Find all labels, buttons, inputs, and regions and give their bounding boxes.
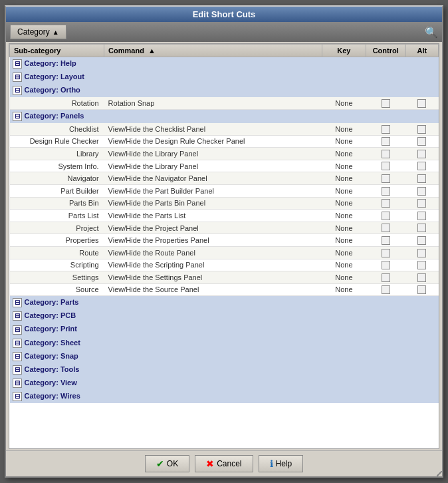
alt-cell[interactable] [405,97,438,109]
alt-checkbox[interactable] [417,174,426,183]
category-expand-icon[interactable]: ⊟ [13,325,22,335]
key-cell: None [322,160,366,172]
table-row: RouteView/Hide the Route PanelNone [10,246,439,259]
control-checkbox[interactable] [382,285,390,294]
ok-button[interactable]: ✔ OK [145,455,189,472]
category-button[interactable]: Category ▲ [10,25,66,39]
alt-cell[interactable] [405,222,438,234]
control-checkbox[interactable] [382,174,390,183]
alt-checkbox[interactable] [417,137,426,146]
alt-cell[interactable] [405,172,438,185]
key-cell: None [322,123,366,135]
alt-cell[interactable] [405,135,438,148]
subcategory-cell: Route [10,246,104,259]
help-button[interactable]: ℹ Help [259,455,304,472]
category-row: ⊟Category: Tools [10,363,439,377]
cancel-button[interactable]: ✖ Cancel [195,455,253,472]
alt-checkbox[interactable] [417,224,426,232]
category-label: Category: Help [25,59,76,67]
resize-grip[interactable] [437,471,442,476]
alt-cell[interactable] [405,234,438,247]
category-label: Category: Panels [25,112,84,120]
alt-cell[interactable] [405,210,438,222]
alt-checkbox[interactable] [417,212,426,220]
control-cell[interactable] [366,259,405,271]
alt-checkbox[interactable] [417,162,426,170]
cancel-label: Cancel [217,459,241,468]
control-cell[interactable] [366,97,405,109]
alt-cell[interactable] [405,283,438,296]
control-checkbox[interactable] [382,99,390,108]
control-cell[interactable] [366,234,405,247]
category-expand-icon[interactable]: ⊟ [13,392,22,401]
category-expand-icon[interactable]: ⊟ [13,365,22,375]
category-row: ⊟Category: Panels [10,109,439,123]
command-header[interactable]: Command ▲ [104,45,322,57]
alt-checkbox[interactable] [417,187,426,196]
category-expand-icon[interactable]: ⊟ [13,298,22,307]
category-expand-icon[interactable]: ⊟ [13,112,22,121]
alt-cell[interactable] [405,148,438,160]
alt-cell[interactable] [405,184,438,197]
category-label: Category: Tools [25,365,80,373]
category-row: ⊟Category: Help [10,57,439,71]
alt-checkbox[interactable] [417,150,426,158]
control-checkbox[interactable] [382,261,390,269]
control-cell[interactable] [366,210,405,222]
category-expand-icon[interactable]: ⊟ [13,86,22,95]
control-checkbox[interactable] [382,224,390,232]
key-cell: None [322,271,366,284]
alt-checkbox[interactable] [417,236,426,245]
alt-cell[interactable] [405,197,438,210]
control-cell[interactable] [366,172,405,185]
control-cell[interactable] [366,135,405,148]
alt-checkbox[interactable] [417,285,426,294]
category-expand-icon[interactable]: ⊟ [13,352,22,361]
category-expand-icon[interactable]: ⊟ [13,73,22,82]
control-checkbox[interactable] [382,212,390,220]
category-row: ⊟Category: Print [10,323,439,336]
control-checkbox[interactable] [382,236,390,245]
control-checkbox[interactable] [382,150,390,158]
alt-cell[interactable] [405,271,438,284]
alt-cell[interactable] [405,259,438,271]
alt-checkbox[interactable] [417,273,426,282]
command-cell: View/Hide the Route Panel [104,246,322,259]
control-cell[interactable] [366,283,405,296]
control-cell[interactable] [366,271,405,284]
key-cell: None [322,148,366,160]
alt-checkbox[interactable] [417,199,426,208]
table-row: LibraryView/Hide the Library PanelNone [10,148,439,160]
ok-label: OK [167,459,178,468]
control-checkbox[interactable] [382,125,390,134]
alt-checkbox[interactable] [417,249,426,257]
table-container[interactable]: Sub-category Command ▲ Key Control Alt ⊟… [9,43,439,449]
alt-cell[interactable] [405,123,438,135]
alt-cell[interactable] [405,246,438,259]
control-cell[interactable] [366,123,405,135]
alt-cell[interactable] [405,160,438,172]
search-button[interactable]: 🔍 [425,26,438,39]
control-checkbox[interactable] [382,199,390,208]
category-expand-icon[interactable]: ⊟ [13,59,22,69]
control-cell[interactable] [366,246,405,259]
subcategory-cell: Library [10,148,104,160]
control-cell[interactable] [366,160,405,172]
alt-checkbox[interactable] [417,125,426,134]
alt-checkbox[interactable] [417,261,426,269]
control-checkbox[interactable] [382,249,390,257]
control-cell[interactable] [366,184,405,197]
control-checkbox[interactable] [382,137,390,146]
alt-checkbox[interactable] [417,99,426,108]
control-checkbox[interactable] [382,273,390,282]
category-expand-icon[interactable]: ⊟ [13,311,22,321]
control-cell[interactable] [366,197,405,210]
category-expand-icon[interactable]: ⊟ [13,339,22,348]
key-cell: None [322,197,366,210]
control-cell[interactable] [366,222,405,234]
control-checkbox[interactable] [382,162,390,170]
control-cell[interactable] [366,148,405,160]
control-checkbox[interactable] [382,187,390,196]
subcategory-cell: Parts List [10,210,104,222]
category-expand-icon[interactable]: ⊟ [13,379,22,388]
